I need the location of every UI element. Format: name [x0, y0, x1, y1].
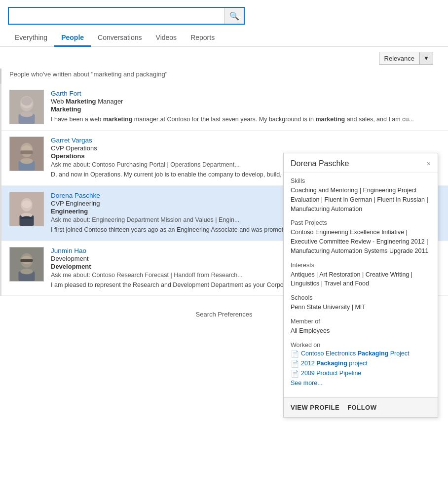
avatar-junmin-hao	[9, 247, 44, 282]
detail-close-button[interactable]: ×	[427, 160, 431, 168]
doc-icon-1: 📄	[291, 350, 299, 358]
detail-worked-on-section: Worked on 📄 Contoso Electronics Packagin…	[291, 342, 431, 387]
search-box: marketing and packaging 🔍	[8, 7, 245, 25]
tab-everything[interactable]: Everything	[8, 30, 54, 47]
tab-people[interactable]: People	[54, 30, 91, 47]
results-heading: People who've written about "marketing a…	[0, 69, 448, 84]
svg-point-3	[21, 97, 32, 106]
person-title-garth-fort: Web Marketing Manager	[51, 98, 440, 105]
tab-conversations[interactable]: Conversations	[91, 30, 149, 47]
detail-skills-title: Skills	[291, 177, 431, 184]
worked-on-item-2: 📄 2012 Packaging project	[291, 360, 431, 368]
worked-on-link-2[interactable]: 2012 Packaging project	[301, 360, 368, 367]
detail-body: Skills Coaching and Mentoring | Engineer…	[284, 173, 438, 397]
detail-header: Dorena Paschke ×	[284, 153, 438, 173]
detail-skills-section: Skills Coaching and Mentoring | Engineer…	[291, 177, 431, 213]
person-name-garth-fort[interactable]: Garth Fort	[51, 90, 440, 97]
detail-member-of-section: Member of All Employees	[291, 318, 431, 336]
follow-button[interactable]: FOLLOW	[347, 404, 376, 411]
worked-on-item-3: 📄 2009 Product Pipeline	[291, 370, 431, 378]
detail-skills-content: Coaching and Mentoring | Engineering Pro…	[291, 186, 431, 213]
doc-icon-3: 📄	[291, 370, 299, 378]
view-profile-button[interactable]: VIEW PROFILE	[291, 404, 339, 411]
worked-on-link-1[interactable]: Contoso Electronics Packaging Project	[301, 350, 410, 357]
avatar-garret-vargas	[9, 137, 44, 171]
detail-past-projects-title: Past Projects	[291, 219, 431, 226]
person-item-garth-fort[interactable]: Garth Fort Web Marketing Manager Marketi…	[1, 84, 448, 131]
detail-footer: VIEW PROFILE FOLLOW	[284, 397, 438, 417]
detail-member-of-title: Member of	[291, 318, 431, 325]
search-button[interactable]: 🔍	[224, 8, 244, 24]
search-input[interactable]: marketing and packaging	[9, 12, 224, 20]
search-icon: 🔍	[229, 11, 239, 21]
tab-videos[interactable]: Videos	[149, 30, 184, 47]
tab-reports[interactable]: Reports	[184, 30, 222, 47]
detail-past-projects-section: Past Projects Contoso Engineering Excell…	[291, 219, 431, 255]
detail-worked-on-title: Worked on	[291, 342, 431, 349]
sort-arrow[interactable]: ▼	[420, 52, 433, 64]
detail-interests-section: Interests Antiques | Art Restoration | C…	[291, 262, 431, 289]
person-name-garret-vargas[interactable]: Garret Vargas	[51, 137, 440, 144]
detail-person-name: Dorena Paschke	[291, 159, 349, 168]
person-bio-garth-fort: I have been a web marketing manager at C…	[51, 115, 440, 124]
nav-tabs: Everything People Conversations Videos R…	[0, 25, 448, 47]
avatar-garth-fort	[9, 90, 44, 124]
svg-point-5	[20, 111, 33, 117]
detail-schools-title: Schools	[291, 294, 431, 301]
person-title-garret-vargas: CVP Operations	[51, 144, 440, 152]
svg-rect-9	[20, 150, 33, 154]
doc-icon-2: 📄	[291, 360, 299, 368]
detail-past-projects-content: Contoso Engineering Excellence Initiativ…	[291, 228, 431, 255]
see-more-link[interactable]: See more...	[291, 380, 431, 387]
detail-schools-content: Penn State University | MIT	[291, 303, 431, 312]
worked-on-item-1: 📄 Contoso Electronics Packaging Project	[291, 350, 431, 358]
sort-label: Relevance	[379, 52, 420, 64]
detail-schools-section: Schools Penn State University | MIT	[291, 294, 431, 312]
detail-interests-title: Interests	[291, 262, 431, 269]
avatar-dorena-paschke	[9, 192, 44, 226]
person-dept-garth-fort: Marketing	[51, 106, 440, 113]
svg-point-11	[20, 158, 33, 164]
person-info-garth-fort: Garth Fort Web Marketing Manager Marketi…	[51, 90, 440, 124]
sort-bar: Relevance ▼	[0, 47, 448, 69]
worked-on-link-3[interactable]: 2009 Product Pipeline	[301, 370, 361, 377]
sort-select[interactable]: Relevance ▼	[379, 52, 433, 65]
svg-point-14	[22, 200, 31, 208]
detail-member-of-content: All Employees	[291, 326, 431, 336]
svg-rect-20	[20, 259, 33, 262]
svg-point-22	[20, 268, 33, 274]
detail-panel: Dorena Paschke × Skills Coaching and Men…	[283, 153, 438, 418]
detail-interests-content: Antiques | Art Restoration | Creative Wr…	[291, 270, 431, 289]
search-area: marketing and packaging 🔍	[0, 0, 448, 25]
